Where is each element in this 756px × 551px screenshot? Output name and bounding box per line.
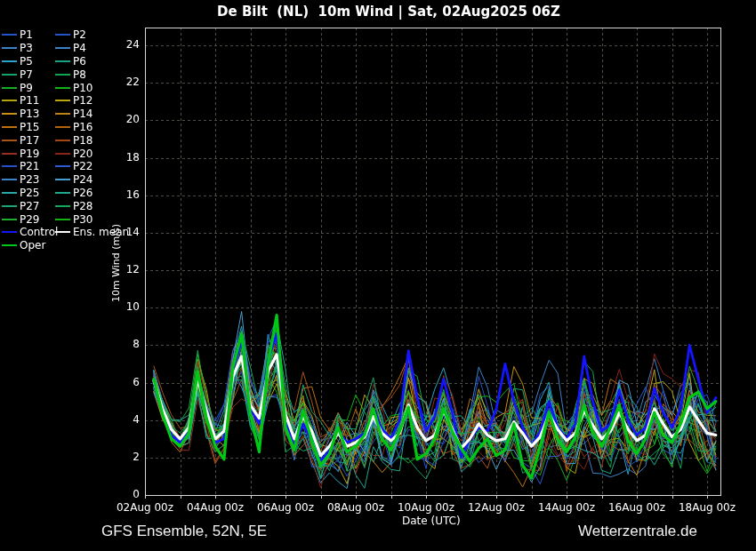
legend-item-p29: P29 bbox=[2, 213, 55, 226]
legend-item-label: P7 bbox=[20, 68, 33, 81]
legend-line-swatch bbox=[55, 219, 70, 220]
legend-item-p22: P22 bbox=[55, 160, 109, 172]
legend-line-swatch bbox=[55, 153, 70, 155]
legend-line-swatch bbox=[2, 113, 17, 115]
legend-item-label: P29 bbox=[20, 213, 40, 226]
legend-line-swatch bbox=[55, 100, 70, 101]
site-credit-text: Wetterzentrale.de bbox=[578, 523, 697, 540]
legend-line-swatch bbox=[2, 87, 17, 89]
legend-line-swatch bbox=[55, 165, 70, 167]
legend-item-label: P26 bbox=[73, 187, 93, 199]
legend-item-p2: P2 bbox=[55, 28, 109, 41]
legend-item-p14: P14 bbox=[55, 108, 109, 120]
legend-item-label: P11 bbox=[20, 94, 40, 107]
legend-line-swatch bbox=[2, 205, 17, 207]
legend-line-swatch bbox=[55, 60, 70, 62]
legend-item-label: P19 bbox=[20, 148, 40, 160]
legend-item-p7: P7 bbox=[2, 68, 55, 81]
legend-line-swatch bbox=[2, 100, 17, 101]
legend-item-label: P27 bbox=[20, 200, 40, 212]
legend-item-p21: P21 bbox=[2, 160, 55, 172]
legend-item-p8: P8 bbox=[55, 68, 109, 81]
legend-line-swatch bbox=[55, 113, 70, 115]
legend-line-swatch bbox=[2, 165, 17, 167]
legend-item-p28: P28 bbox=[55, 200, 109, 212]
legend-item-p10: P10 bbox=[55, 82, 109, 94]
legend-item-label: P2 bbox=[73, 28, 86, 41]
legend-item-p1: P1 bbox=[2, 28, 55, 41]
legend-item-label: P24 bbox=[73, 173, 93, 186]
y-axis-title: 10m Wind (m/s) bbox=[110, 224, 122, 302]
legend-item-label: P25 bbox=[20, 187, 40, 199]
legend-line-swatch bbox=[2, 192, 17, 194]
legend-item-label: P28 bbox=[73, 200, 93, 212]
legend-line-swatch bbox=[2, 34, 17, 36]
legend-item-p27: P27 bbox=[2, 200, 55, 212]
page-title: De Bilt (NL) 10m Wind | Sat, 02Aug2025 0… bbox=[11, 4, 756, 20]
legend-item-p30: P30 bbox=[55, 213, 109, 226]
legend-item-p16: P16 bbox=[55, 121, 109, 133]
legend-line-swatch bbox=[2, 219, 17, 220]
legend-line-swatch bbox=[2, 126, 17, 128]
legend-item-p3: P3 bbox=[2, 42, 55, 54]
legend-item-p6: P6 bbox=[55, 55, 109, 68]
legend-line-swatch bbox=[2, 179, 17, 180]
legend-line-swatch bbox=[55, 179, 70, 180]
legend-item-label: P12 bbox=[73, 94, 93, 107]
legend-line-swatch bbox=[2, 60, 17, 62]
legend-item-label: Oper bbox=[20, 239, 45, 252]
legend-item-label: P5 bbox=[20, 55, 33, 68]
legend-item-label: P10 bbox=[73, 82, 93, 94]
legend-item-control: Control bbox=[2, 226, 55, 238]
legend-item-label: P9 bbox=[20, 82, 33, 94]
model-info-text: GFS Ensemble, 52N, 5E bbox=[101, 523, 267, 540]
legend-item-p13: P13 bbox=[2, 108, 55, 120]
legend-item-label: P21 bbox=[20, 160, 40, 172]
legend-item-p4: P4 bbox=[55, 42, 109, 54]
legend-line-swatch bbox=[55, 205, 70, 207]
legend-item-label: P22 bbox=[73, 160, 93, 172]
legend-line-swatch bbox=[2, 231, 17, 233]
legend-item-p24: P24 bbox=[55, 173, 109, 186]
legend-item-p12: P12 bbox=[55, 94, 109, 107]
legend-item-p20: P20 bbox=[55, 148, 109, 160]
legend-item-label: P13 bbox=[20, 108, 40, 120]
legend-item-label: P1 bbox=[20, 28, 33, 41]
legend-line-swatch bbox=[55, 74, 70, 76]
x-axis-title: Date (UTC) bbox=[402, 515, 461, 527]
legend-item-p9: P9 bbox=[2, 82, 55, 94]
legend-item-label: P8 bbox=[73, 68, 86, 81]
ensemble-legend: P1 P2 P3 P4 P5 P6 P7 P8 P9 P10 P11 bbox=[2, 28, 109, 252]
legend-item-label: P18 bbox=[73, 134, 93, 147]
legend-line-swatch bbox=[2, 244, 17, 246]
legend-item-label: P4 bbox=[73, 42, 86, 54]
legend-item-label: Control bbox=[20, 226, 58, 238]
legend-item-p15: P15 bbox=[2, 121, 55, 133]
legend-line-swatch bbox=[2, 153, 17, 155]
legend-item-label: P20 bbox=[73, 148, 93, 160]
legend-item-p18: P18 bbox=[55, 134, 109, 147]
legend-item-p25: P25 bbox=[2, 187, 55, 199]
legend-item-oper: Oper bbox=[2, 239, 55, 252]
legend-item-ens-mean: Ens. mean bbox=[55, 226, 109, 238]
legend-item-label: P23 bbox=[20, 173, 40, 186]
legend-item-p23: P23 bbox=[2, 173, 55, 186]
legend-line-swatch bbox=[55, 87, 70, 89]
legend-line-swatch bbox=[55, 140, 70, 141]
legend-item-label: P16 bbox=[73, 121, 93, 133]
legend-item-label: P15 bbox=[20, 121, 40, 133]
legend-item-p5: P5 bbox=[2, 55, 55, 68]
legend-line-swatch bbox=[55, 126, 70, 128]
legend-line-swatch bbox=[55, 47, 70, 49]
legend-item-label: P30 bbox=[73, 213, 93, 226]
legend-item-label: P17 bbox=[20, 134, 40, 147]
legend-item-p26: P26 bbox=[55, 187, 109, 199]
legend-line-swatch bbox=[2, 47, 17, 49]
legend-item-label: P3 bbox=[20, 42, 33, 54]
legend-line-swatch bbox=[55, 34, 70, 36]
legend-item-label: P6 bbox=[73, 55, 86, 68]
legend-line-swatch bbox=[2, 140, 17, 141]
legend-line-swatch bbox=[55, 231, 70, 233]
legend-item-label: P14 bbox=[73, 108, 93, 120]
legend-item-p19: P19 bbox=[2, 148, 55, 160]
